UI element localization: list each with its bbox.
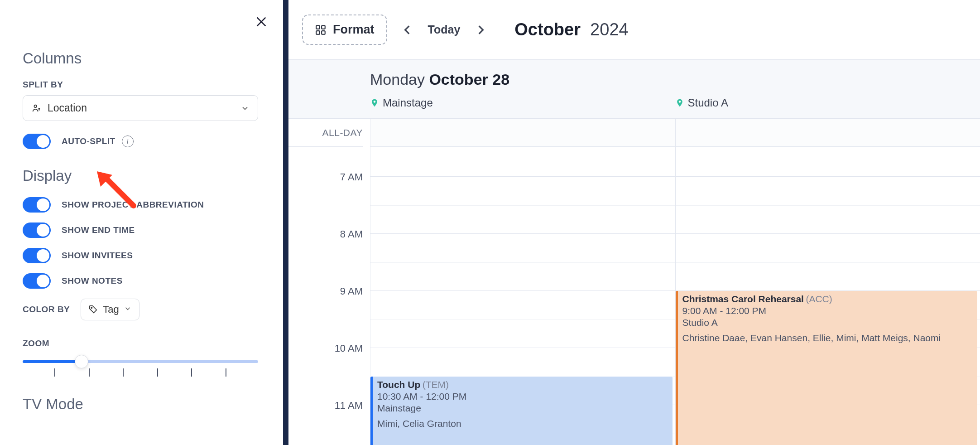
tag-icon — [88, 305, 98, 314]
all-day-label: ALL-DAY — [288, 119, 363, 147]
weekday-label: Monday — [370, 71, 425, 88]
day-title: Monday October 28 — [288, 60, 980, 97]
hour-block[interactable] — [370, 177, 675, 234]
svg-rect-6 — [316, 25, 320, 29]
calendar-column-mainstage: Touch Up (TEM) 10:30 AM - 12:00 PM Mains… — [370, 119, 675, 445]
split-by-select[interactable]: Location — [23, 95, 258, 121]
show-notes-label: SHOW NOTES — [62, 276, 123, 286]
split-by-value: Location — [48, 102, 240, 114]
svg-point-10 — [374, 101, 375, 102]
calendar-column-studio-a: Christmas Carol Rehearsal (ACC) 9:00 AM … — [675, 119, 980, 445]
close-icon — [255, 15, 268, 28]
all-day-row[interactable] — [370, 119, 675, 147]
divider-bar — [283, 0, 288, 445]
location-col-header: Studio A — [675, 97, 980, 109]
hour-block-partial[interactable] — [676, 147, 980, 177]
chevron-right-icon — [475, 24, 486, 36]
close-button[interactable] — [253, 14, 269, 31]
show-end-label: SHOW END TIME — [62, 225, 135, 235]
event-christmas-carol[interactable]: Christmas Carol Rehearsal (ACC) 9:00 AM … — [676, 291, 978, 445]
month-label: October — [514, 20, 581, 39]
event-invitees: Mimi, Celia Granton — [377, 418, 668, 429]
auto-split-label: AUTO-SPLIT — [62, 136, 115, 146]
show-abbr-label: SHOW PROJECT ABBREVIATION — [62, 200, 204, 210]
calendar-body: ALL-DAY 7 AM 8 AM 9 AM 10 AM 11 AM 12 PM — [288, 119, 980, 445]
show-notes-toggle[interactable] — [23, 273, 51, 289]
chevron-down-icon — [124, 305, 132, 314]
svg-point-11 — [678, 101, 680, 102]
format-label: Format — [333, 23, 375, 37]
svg-rect-8 — [316, 31, 320, 34]
svg-point-4 — [91, 307, 92, 308]
event-touch-up[interactable]: Touch Up (TEM) 10:30 AM - 12:00 PM Mains… — [370, 377, 673, 445]
chevron-down-icon — [240, 104, 250, 113]
show-abbr-toggle[interactable] — [23, 197, 51, 213]
chevron-left-icon — [402, 24, 413, 36]
hour-block[interactable] — [676, 234, 980, 291]
grid-icon — [315, 24, 327, 36]
person-pin-icon — [31, 103, 41, 113]
svg-rect-9 — [322, 31, 325, 34]
svg-rect-7 — [322, 25, 325, 29]
today-button[interactable]: Today — [428, 23, 461, 36]
hour-label: 10 AM — [288, 343, 363, 400]
location-1-label: Studio A — [688, 97, 728, 109]
color-by-select[interactable]: Tag — [81, 299, 139, 320]
color-by-label: COLOR BY — [23, 305, 70, 314]
slider-fill — [23, 360, 82, 363]
event-abbr: (ACC) — [806, 294, 832, 304]
location-0-label: Mainstage — [383, 97, 433, 109]
month-year-label: October 2024 — [514, 20, 628, 39]
main-panel: Format Today October 2024 Monday October… — [288, 0, 980, 445]
slider-thumb[interactable] — [75, 355, 88, 368]
zoom-slider[interactable] — [23, 357, 258, 379]
auto-split-toggle[interactable] — [23, 134, 51, 149]
show-inv-label: SHOW INVITEES — [62, 251, 133, 261]
all-day-row[interactable] — [676, 119, 980, 147]
hour-block[interactable] — [676, 177, 980, 234]
pin-icon — [370, 97, 379, 108]
display-section-title: Display — [23, 167, 260, 184]
day-header: Monday October 28 Mainstage Studio A — [288, 59, 980, 119]
sidebar-panel: Columns SPLIT BY Location AUTO-SPLIT i D… — [0, 0, 283, 445]
svg-point-2 — [34, 105, 37, 107]
year-label: 2024 — [590, 20, 629, 39]
date-label: October 28 — [429, 71, 509, 88]
hour-block[interactable] — [370, 291, 675, 348]
time-gutter: ALL-DAY 7 AM 8 AM 9 AM 10 AM 11 AM 12 PM — [288, 119, 370, 445]
show-end-toggle[interactable] — [23, 222, 51, 238]
svg-point-3 — [38, 108, 39, 109]
tv-mode-title: TV Mode — [23, 396, 260, 413]
prev-button[interactable] — [397, 19, 418, 40]
event-invitees: Christine Daae, Evan Hansen, Ellie, Mimi… — [682, 333, 973, 343]
hour-label: 7 AM — [288, 171, 363, 228]
main-header: Format Today October 2024 — [288, 0, 980, 59]
show-inv-toggle[interactable] — [23, 248, 51, 263]
hour-block-partial[interactable] — [370, 147, 675, 177]
slider-ticks — [23, 368, 258, 377]
info-icon[interactable]: i — [122, 135, 134, 147]
event-abbr: (TEM) — [423, 379, 449, 390]
split-by-label: SPLIT BY — [23, 80, 260, 90]
zoom-label: ZOOM — [23, 339, 260, 348]
event-location: Mainstage — [377, 403, 668, 414]
hour-block[interactable] — [370, 234, 675, 291]
location-col-header: Mainstage — [370, 97, 675, 109]
event-time: 10:30 AM - 12:00 PM — [377, 391, 668, 402]
hour-label: 8 AM — [288, 228, 363, 285]
format-button[interactable]: Format — [302, 15, 387, 45]
event-location: Studio A — [682, 317, 973, 328]
next-button[interactable] — [470, 19, 491, 40]
hour-label: 11 AM — [288, 400, 363, 445]
color-by-value: Tag — [103, 304, 119, 315]
hour-label: 9 AM — [288, 285, 363, 343]
event-title: Touch Up — [377, 379, 420, 390]
event-title: Christmas Carol Rehearsal — [682, 294, 804, 304]
pin-icon — [675, 97, 684, 108]
event-time: 9:00 AM - 12:00 PM — [682, 305, 973, 316]
columns-section-title: Columns — [23, 50, 260, 67]
